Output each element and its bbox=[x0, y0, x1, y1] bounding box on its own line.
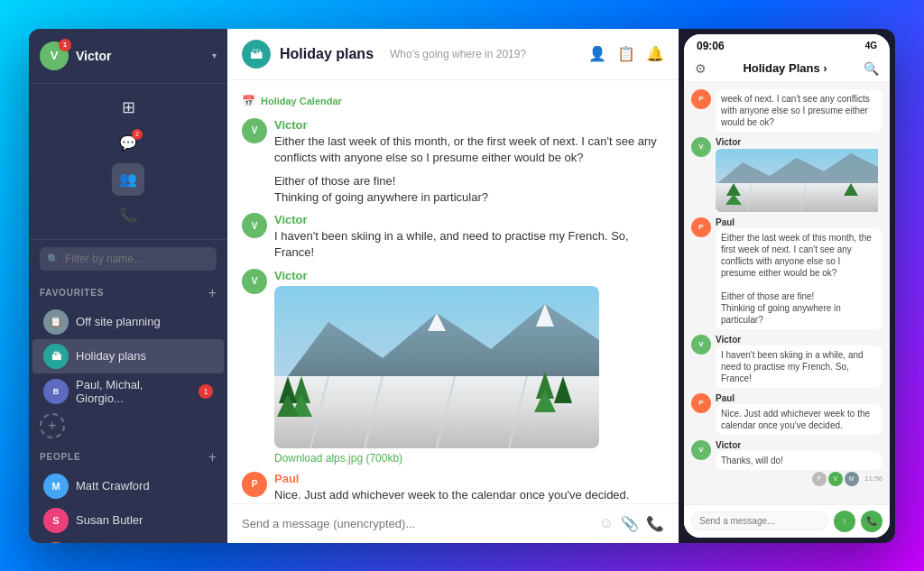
add-new-button[interactable]: + bbox=[40, 413, 65, 438]
system-badge-text: Holiday Calendar bbox=[261, 96, 342, 106]
message-row: V Victor bbox=[242, 269, 664, 465]
victor-avatar-m1: V bbox=[242, 118, 267, 143]
sidebar: V 1 Victor ▾ ⊞ 💬 2 👥 📞 🔍 bbox=[29, 29, 227, 543]
msg-content-m2: Either of those are fine!Thinking of goi… bbox=[274, 173, 664, 206]
phone-messages: P week of next. I can't see any conflict… bbox=[684, 82, 890, 504]
phone-victor-sender: Victor bbox=[716, 335, 882, 345]
chevron-down-icon[interactable]: ▾ bbox=[212, 51, 217, 60]
favourites-add-icon[interactable]: + bbox=[208, 285, 217, 301]
search-input[interactable] bbox=[40, 247, 217, 271]
msg-text-m5: Nice. Just add whichever week to the cal… bbox=[274, 487, 664, 503]
sidebar-header: V 1 Victor ▾ bbox=[29, 29, 227, 84]
chat-input-area: ☺ 📎 📞 bbox=[227, 503, 679, 543]
attachment-icon[interactable]: 📎 bbox=[621, 515, 639, 532]
phone-msg-sender: Victor bbox=[716, 137, 882, 147]
phone-victor-avatar3: V bbox=[691, 440, 711, 460]
sidebar-item-paul[interactable]: P Paul bbox=[32, 538, 224, 543]
phone-victor-avatar: V bbox=[691, 137, 711, 157]
phone-msg-text5: Thanks, will do! bbox=[716, 451, 882, 470]
chat-subtitle: Who's going where in 2019? bbox=[390, 48, 526, 60]
phone-chat-header: ⚙ Holiday Plans › 🔍 bbox=[684, 56, 890, 82]
susan-name: Susan Butler bbox=[76, 513, 213, 527]
holiday-name: Holiday plans bbox=[76, 349, 213, 363]
system-badge: 📅 Holiday Calendar bbox=[242, 95, 664, 107]
msg-sender-m3: Victor bbox=[274, 213, 664, 226]
download-link[interactable]: Download alps.jpg (700kb) bbox=[274, 452, 664, 465]
nav-icon-people[interactable]: 👥 bbox=[112, 163, 144, 196]
phone-msg-content: Victor bbox=[716, 137, 882, 212]
matt-avatar: M bbox=[43, 474, 69, 499]
sidebar-scroll: 🔍 FAVOURITES + 📋 Off site planning 🏔 Hol… bbox=[29, 240, 227, 543]
phone-message-input[interactable] bbox=[691, 511, 828, 530]
people-label: PEOPLE bbox=[40, 452, 80, 462]
phone-msg-text2: Either the last week of this month, the … bbox=[716, 228, 882, 329]
notifications-icon[interactable]: 🔔 bbox=[646, 45, 664, 62]
msg-text-m3: I haven't been skiing in a while, and ne… bbox=[274, 228, 664, 261]
msg-content-m5: Paul Nice. Just add whichever week to th… bbox=[274, 472, 664, 503]
phone-panel: 09:06 4G ⚙ Holiday Plans › 🔍 P week of n… bbox=[679, 29, 895, 543]
phone-settings-icon[interactable]: ⚙ bbox=[695, 61, 707, 76]
paul-avatar-m5: P bbox=[242, 472, 267, 497]
sidebar-item-susan[interactable]: S Susan Butler bbox=[32, 503, 224, 538]
files-icon[interactable]: 📋 bbox=[617, 45, 635, 62]
phone-victor-sender2: Victor bbox=[716, 440, 882, 450]
paul-group-name: Paul, Michal, Giorgio... bbox=[76, 378, 191, 405]
people-add-icon[interactable]: + bbox=[208, 449, 217, 465]
call-icon[interactable]: 📞 bbox=[646, 515, 664, 532]
phone-msg-content: Victor Thanks, will do! P V M 11:56 bbox=[716, 440, 882, 486]
sidebar-item-off-site[interactable]: 📋 Off site planning bbox=[32, 305, 224, 339]
phone-message-row: V Victor Thanks, will do! P V M 11:56 bbox=[691, 440, 882, 486]
members-icon[interactable]: 👤 bbox=[588, 45, 606, 62]
chat-header: 🏔 Holiday plans Who's going where in 201… bbox=[227, 29, 679, 80]
message-input[interactable] bbox=[242, 517, 590, 530]
user-avatar: V 1 bbox=[40, 41, 69, 70]
svg-rect-18 bbox=[716, 183, 878, 212]
sidebar-item-paul-group[interactable]: B Paul, Michal, Giorgio... 1 bbox=[32, 373, 224, 410]
msg-content-m1: Victor Either the last week of this mont… bbox=[274, 118, 664, 166]
nav-icon-calls[interactable]: 📞 bbox=[112, 199, 144, 232]
phone-msg-text4: Nice. Just add whichever week to the cal… bbox=[716, 404, 882, 435]
phone-ski-image bbox=[716, 149, 882, 212]
emoji-icon[interactable]: ☺ bbox=[599, 515, 614, 531]
msg-content-m3: Victor I haven't been skiing in a while,… bbox=[274, 213, 664, 261]
chat-header-avatar: 🏔 bbox=[242, 40, 271, 69]
chat-title: Holiday plans bbox=[280, 46, 374, 62]
phone-send-button[interactable]: ↑ bbox=[834, 511, 855, 532]
phone-search-icon[interactable]: 🔍 bbox=[864, 61, 879, 76]
phone-msg-content: week of next. I can't see any conflicts … bbox=[716, 89, 882, 132]
main-chat: 🏔 Holiday plans Who's going where in 201… bbox=[227, 29, 679, 543]
off-site-avatar: 📋 bbox=[43, 309, 69, 335]
phone-call-button[interactable]: 📞 bbox=[861, 511, 882, 532]
sidebar-search-area: 🔍 bbox=[29, 240, 227, 278]
favourites-label: FAVOURITES bbox=[40, 288, 104, 298]
phone-msg-content: Victor I haven't been skiing in a while,… bbox=[716, 335, 882, 388]
paul-group-avatar: B bbox=[43, 379, 69, 404]
app-container: V 1 Victor ▾ ⊞ 💬 2 👥 📞 🔍 bbox=[29, 29, 895, 543]
phone-status-bar: 09:06 4G bbox=[684, 34, 890, 56]
phone-network: 4G bbox=[865, 41, 877, 51]
nav-icon-chat[interactable]: 💬 2 bbox=[112, 127, 144, 160]
phone-paul-avatar3: P bbox=[691, 393, 711, 413]
search-icon: 🔍 bbox=[47, 253, 60, 264]
message-row: V Victor I haven't been skiing in a whil… bbox=[242, 213, 664, 261]
nav-icon-grid[interactable]: ⊞ bbox=[112, 91, 144, 124]
holiday-avatar: 🏔 bbox=[43, 344, 69, 369]
people-section-header: PEOPLE + bbox=[29, 442, 227, 469]
phone-message-row: P week of next. I can't see any conflict… bbox=[691, 89, 882, 132]
message-row: Either of those are fine!Thinking of goi… bbox=[242, 173, 664, 206]
phone-message-row: P Paul Either the last week of this mont… bbox=[691, 217, 882, 329]
sidebar-item-holiday[interactable]: 🏔 Holiday plans bbox=[32, 339, 224, 373]
matt-name: Matt Crawford bbox=[76, 479, 213, 493]
message-row: P Paul Nice. Just add whichever week to … bbox=[242, 472, 664, 503]
phone-msg-content: Paul Either the last week of this month,… bbox=[716, 217, 882, 329]
favourites-section-header: FAVOURITES + bbox=[29, 278, 227, 305]
paul-avatar: P bbox=[43, 542, 69, 543]
phone-paul-avatar2: P bbox=[691, 217, 711, 237]
phone-paul-avatar: P bbox=[691, 89, 711, 109]
phone-timestamp: P V M 11:56 bbox=[716, 472, 882, 486]
msg-sender-m4: Victor bbox=[274, 269, 664, 282]
phone-message-row: P Paul Nice. Just add whichever week to … bbox=[691, 393, 882, 435]
phone-victor-avatar2: V bbox=[691, 335, 711, 355]
messages-area: 📅 Holiday Calendar V Victor Either the l… bbox=[227, 80, 679, 503]
sidebar-item-matt[interactable]: M Matt Crawford bbox=[32, 469, 224, 503]
